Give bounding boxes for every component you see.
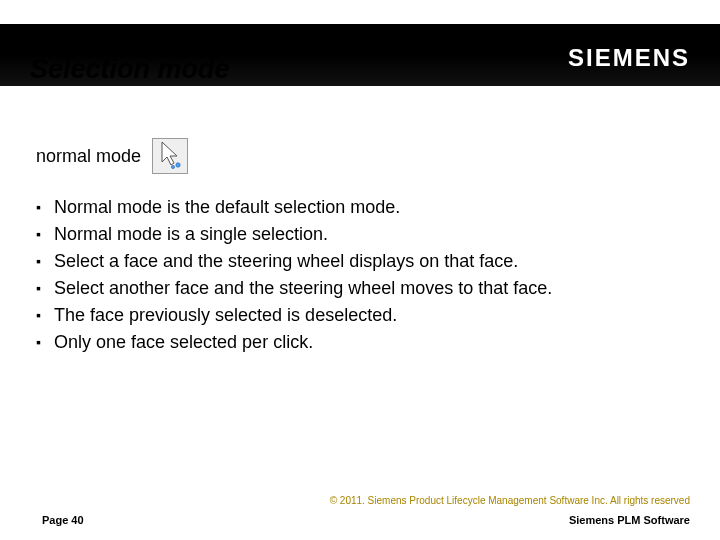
section-label: normal mode: [36, 146, 141, 167]
svg-point-2: [171, 165, 174, 168]
slide-body: normal mode Normal mode is the default s…: [36, 138, 684, 356]
page-number: Page 40: [42, 514, 84, 526]
list-item: Only one face selected per click.: [36, 329, 684, 356]
svg-point-1: [175, 163, 179, 167]
cursor-icon: [152, 138, 188, 174]
brand-wordmark: SIEMENS: [568, 44, 690, 72]
footer: © 2011. Siemens Product Lifecycle Manage…: [0, 484, 720, 540]
list-item: Select a face and the steering wheel dis…: [36, 248, 684, 275]
bullet-list: Normal mode is the default selection mod…: [36, 194, 684, 356]
page-title: Selection mode: [30, 54, 230, 85]
list-item: The face previously selected is deselect…: [36, 302, 684, 329]
list-item: Normal mode is the default selection mod…: [36, 194, 684, 221]
footer-brand: Siemens PLM Software: [569, 514, 690, 526]
copyright-text: © 2011. Siemens Product Lifecycle Manage…: [330, 495, 690, 506]
svg-marker-0: [162, 142, 177, 165]
list-item: Normal mode is a single selection.: [36, 221, 684, 248]
list-item: Select another face and the steering whe…: [36, 275, 684, 302]
slide: Selection mode SIEMENS normal mode Norma…: [0, 0, 720, 540]
